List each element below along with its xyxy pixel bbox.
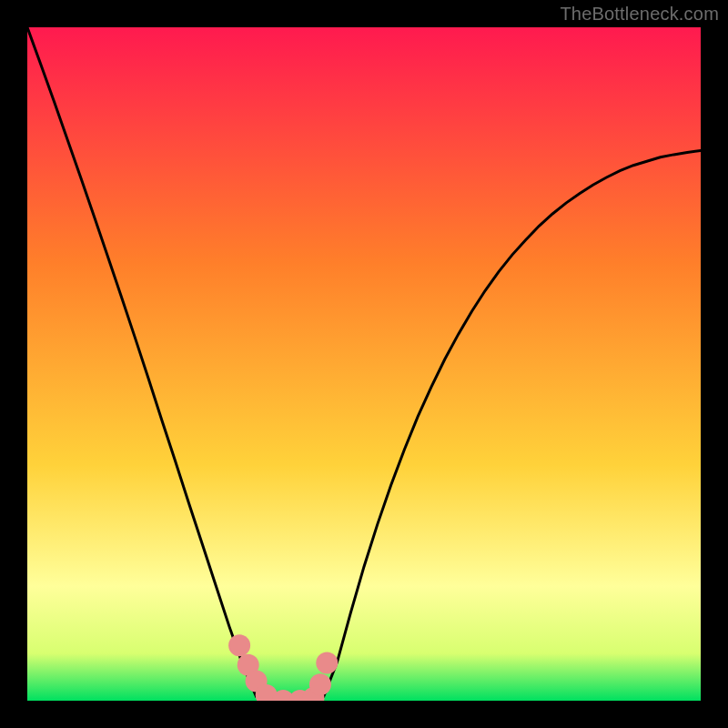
chart-svg [27, 27, 701, 701]
curve-marker [309, 673, 331, 695]
watermark-text: TheBottleneck.com [560, 4, 719, 25]
gradient-background [27, 27, 701, 701]
curve-marker [228, 634, 250, 656]
curve-marker [316, 652, 338, 674]
chart-plot-area [27, 27, 701, 701]
chart-frame: TheBottleneck.com [0, 0, 728, 728]
